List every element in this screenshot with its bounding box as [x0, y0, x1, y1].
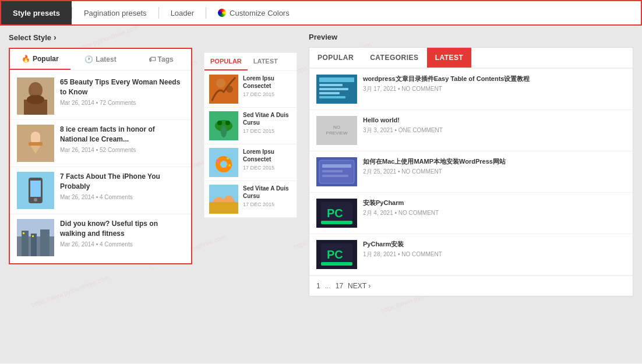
svg-text:PC: PC [327, 207, 343, 220]
thumb-pycharm2-icon: PC [316, 240, 357, 269]
post-title: 安装PyCharm [363, 199, 626, 207]
widget2-tab-popular[interactable]: POPULAR [204, 53, 248, 70]
post-meta: 3月 17, 2021 • NO COMMENT [363, 85, 626, 93]
svg-rect-53 [321, 262, 352, 266]
svg-rect-44 [322, 170, 343, 172]
svg-rect-37 [319, 84, 343, 86]
no-preview-label: NOPREVIEW [326, 125, 348, 137]
thumb-image-icon [17, 77, 54, 115]
post-thumbnail: PC [316, 199, 357, 228]
svg-rect-18 [32, 235, 34, 237]
post-info: 65 Beauty Tips Every Woman Needs to Know… [60, 77, 184, 106]
widget2-tab-latest[interactable]: LATEST [248, 53, 284, 70]
post-thumbnail [209, 75, 238, 104]
svg-point-24 [217, 121, 222, 125]
svg-point-30 [216, 159, 220, 162]
list-item[interactable]: PC 安装PyCharm 2月 4, 2021 • NO COMMENT [309, 193, 633, 234]
svg-rect-40 [319, 96, 345, 98]
list-item[interactable]: 7 Facts About The iPhone You Probably Ma… [10, 167, 191, 214]
tab-customize-colors[interactable]: Customize Colors [206, 1, 301, 24]
tab-style-presets[interactable]: Style presets [1, 1, 72, 24]
post-meta: Mar 26, 2014 • 4 Comments [60, 241, 184, 248]
widget1-posts: 65 Beauty Tips Every Woman Needs to Know… [10, 70, 191, 263]
post-title: Lorem Ipsu Consectet [243, 75, 292, 90]
thumb-phone-icon [17, 172, 54, 209]
svg-rect-7 [29, 142, 43, 146]
tab-loader[interactable]: Loader [159, 1, 206, 24]
top-tabs-bar: Style presets Pagination presets Loader … [0, 0, 642, 26]
post-meta: 17 DEC 2015 [243, 128, 292, 134]
thumb-wordpress-icon [316, 75, 357, 104]
post-title: Lorem Ipsu Consectet [243, 148, 292, 163]
widget1-tab-popular[interactable]: 🔥 Popular [10, 49, 70, 70]
widget1-tab-tags[interactable]: 🏷 Tags [130, 49, 191, 70]
chevron-icon: › [54, 33, 57, 42]
main-content: https://www.pythonthree.com https://www.… [0, 26, 642, 363]
post-meta: 2月 4, 2021 • NO COMMENT [363, 209, 626, 217]
post-thumbnail [209, 185, 238, 214]
widget-style3: POPULAR CATEGORIES LATEST [309, 47, 633, 296]
right-panel: Preview POPULAR CATEGORIES LATEST [309, 33, 633, 356]
widget-style2: POPULAR LATEST Lorem Ipsu Consectet 17 D… [204, 52, 297, 218]
page-number-last[interactable]: 17 [336, 282, 343, 290]
post-thumbnail [209, 111, 238, 140]
svg-rect-14 [22, 231, 29, 256]
page-next[interactable]: NEXT › [348, 282, 371, 290]
post-thumbnail [17, 125, 54, 162]
widget3-tab-categories[interactable]: CATEGORIES [362, 48, 426, 68]
thumb-lizard-icon [209, 111, 238, 140]
svg-point-25 [225, 121, 230, 125]
widget3-pagination: 1 ... 17 NEXT › [309, 275, 633, 296]
post-title: Sed Vitae A Duis Cursu [243, 185, 292, 200]
svg-point-3 [27, 95, 44, 104]
post-thumbnail-nopreview: NOPREVIEW [316, 116, 357, 145]
list-item[interactable]: 8 ice cream facts in honor of National I… [10, 120, 191, 167]
list-item[interactable]: NOPREVIEW Hello world! 3月 3, 2021 • ONE … [309, 110, 633, 151]
svg-point-32 [228, 164, 231, 167]
post-title: Did you know? Useful tips on walking and… [60, 219, 184, 239]
post-meta: 17 DEC 2015 [243, 165, 292, 171]
widget3-tab-latest[interactable]: LATEST [427, 48, 472, 68]
list-item[interactable]: wordpress文章目录插件Easy Table of Contents设置教… [309, 69, 633, 110]
list-item[interactable]: Lorem Ipsu Consectet 17 DEC 2015 [204, 71, 297, 108]
page-ellipsis: ... [325, 282, 331, 290]
clock-icon: 🕐 [84, 55, 93, 63]
post-title: 如何在Mac上使用MAMP本地安装WordPress网站 [363, 157, 626, 166]
post-title: PyCharm安装 [363, 240, 626, 249]
post-meta: 1月 28, 2021 • NO COMMENT [363, 250, 626, 259]
svg-point-21 [226, 86, 233, 93]
list-item[interactable]: Sed Vitae A Duis Cursu 17 DEC 2015 [204, 181, 297, 217]
list-item[interactable]: 65 Beauty Tips Every Woman Needs to Know… [10, 73, 191, 120]
page-number-1[interactable]: 1 [316, 282, 320, 290]
post-thumbnail [17, 219, 54, 256]
list-item[interactable]: Sed Vitae A Duis Cursu 17 DEC 2015 [204, 108, 297, 144]
thumb-desert-icon [209, 185, 238, 214]
widget1-tab-latest[interactable]: 🕐 Latest [70, 49, 131, 70]
widget3-tabs: POPULAR CATEGORIES LATEST [309, 48, 633, 69]
list-item[interactable]: 如何在Mac上使用MAMP本地安装WordPress网站 2月 25, 2021… [309, 151, 633, 193]
thumb-icecream-icon [17, 125, 54, 162]
list-item[interactable]: Lorem Ipsu Consectet 17 DEC 2015 [204, 144, 297, 181]
post-title: 7 Facts About The iPhone You Probably [60, 172, 184, 192]
thumb-pycharm-icon: PC [316, 199, 357, 228]
post-meta: 17 DEC 2015 [243, 202, 292, 207]
svg-rect-39 [319, 92, 340, 94]
thumb-autumn-icon [209, 75, 238, 104]
post-thumbnail [316, 157, 357, 186]
tab-pagination-presets[interactable]: Pagination presets [72, 1, 158, 24]
widget3-tab-popular[interactable]: POPULAR [309, 48, 362, 68]
widget-style1[interactable]: 🔥 Popular 🕐 Latest 🏷 Tags [9, 48, 192, 264]
widget1-tabs: 🔥 Popular 🕐 Latest 🏷 Tags [10, 49, 191, 70]
middle-panel: POPULAR LATEST Lorem Ipsu Consectet 17 D… [204, 33, 297, 356]
post-info: Sed Vitae A Duis Cursu 17 DEC 2015 [243, 111, 292, 140]
post-thumbnail [17, 172, 54, 209]
svg-rect-16 [40, 229, 50, 256]
post-info: Lorem Ipsu Consectet 17 DEC 2015 [243, 75, 292, 104]
post-meta: 3月 3, 2021 • ONE COMMENT [363, 126, 626, 135]
post-info: Did you know? Useful tips on walking and… [60, 219, 184, 248]
left-panel: Select Style › 🔥 Popular 🕐 Latest 🏷 Tags [9, 33, 192, 356]
post-title: 8 ice cream facts in honor of National I… [60, 125, 184, 144]
list-item[interactable]: PC PyCharm安装 1月 28, 2021 • NO COMMENT [309, 234, 633, 275]
list-item[interactable]: Did you know? Useful tips on walking and… [10, 214, 191, 261]
tag-icon: 🏷 [149, 55, 156, 63]
